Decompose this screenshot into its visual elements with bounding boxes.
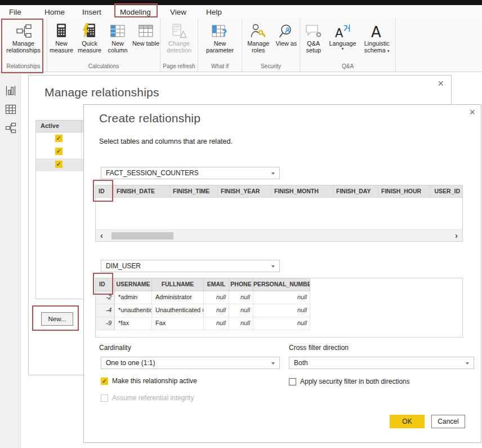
manage-relationships-icon (15, 21, 32, 40)
table1-column-finish-hour[interactable]: FINISH_HOUR (378, 185, 430, 197)
table1-column-id[interactable]: ID (96, 185, 114, 197)
menu-tab-view[interactable]: View (170, 8, 186, 16)
cell-phone[interactable]: null (229, 304, 253, 317)
cell-email[interactable]: null (204, 317, 229, 330)
cell-email[interactable]: null (204, 291, 229, 304)
create-relationship-dialog: Create relationship × Select tables and … (83, 104, 481, 443)
cross-filter-dropdown[interactable]: Both (289, 357, 474, 369)
new-parameter-button[interactable]: ? New parameter (203, 21, 237, 54)
table2-row[interactable]: -9 *fax Fax null null null (96, 317, 310, 330)
table1-column-finish-day[interactable]: FINISH_DAY (333, 185, 378, 197)
svg-text:A: A (371, 24, 381, 39)
change-detection-button[interactable]: Change detection (164, 21, 194, 54)
table1-column-finish-year[interactable]: FINISH_YEAR (218, 185, 271, 197)
manage-relationships-button[interactable]: Manage relationships (3, 21, 44, 54)
model-view-icon[interactable] (0, 118, 21, 137)
chevron-down-icon: ▾ (341, 47, 343, 51)
view-as-icon (279, 21, 294, 40)
table1-column-finish-time[interactable]: FINISH_TIME (170, 185, 218, 197)
cell-fullname[interactable]: Administrator (152, 291, 204, 304)
menu-tab-help[interactable]: Help (206, 8, 222, 16)
quick-measure-button[interactable]: Quick measure (75, 21, 104, 54)
cell-phone[interactable]: null (229, 291, 253, 304)
apply-security-filter-option[interactable]: Apply security filter in both directions (289, 378, 410, 385)
create-dialog-subtitle: Select tables and columns that are relat… (99, 137, 233, 145)
cardinality-value: One to one (1:1) (106, 359, 155, 367)
table1-column-finish-date[interactable]: FINISH_DATE (114, 185, 170, 197)
menu-tab-insert[interactable]: Insert (82, 8, 101, 16)
cancel-button[interactable]: Cancel (431, 415, 465, 428)
checked-checkbox[interactable] (101, 378, 108, 385)
cell-username[interactable]: *admin (115, 291, 152, 304)
cell-fullname[interactable]: Fax (152, 317, 204, 330)
table1-column-user-id[interactable]: USER_ID (430, 185, 462, 197)
unchecked-checkbox[interactable] (289, 378, 296, 385)
cell-personal-number[interactable]: null (253, 291, 310, 304)
new-relationship-button[interactable]: New... (41, 312, 73, 326)
table1-selector-value: FACT_SESSION_COUNTERS (106, 169, 199, 177)
cell-phone[interactable]: null (229, 317, 253, 330)
view-sidebar (0, 72, 21, 448)
cell-personal-number[interactable]: null (253, 317, 310, 330)
scroll-left-icon[interactable]: ‹ (100, 230, 103, 240)
new-column-button[interactable]: New column (104, 21, 132, 54)
new-table-button[interactable]: New table (132, 21, 160, 47)
active-checkbox[interactable] (55, 148, 63, 155)
menu-tab-file[interactable]: File (9, 8, 21, 16)
new-parameter-icon: ? (212, 21, 228, 40)
group-label-calculations: Calculations (47, 63, 160, 72)
table2-column-username[interactable]: USERNAME (115, 278, 152, 291)
scroll-right-icon[interactable]: › (455, 230, 458, 240)
column-header-active: Active (36, 121, 82, 132)
cell-email[interactable]: null (204, 304, 229, 317)
close-icon[interactable]: × (469, 107, 475, 117)
data-view-icon[interactable] (0, 100, 21, 118)
cell-id[interactable]: -9 (96, 317, 115, 330)
cell-personal-number[interactable]: null (253, 304, 310, 317)
cell-username[interactable]: *fax (115, 317, 152, 330)
table2-column-fullname[interactable]: FULLNAME (152, 278, 204, 291)
option-label: Assume referential integrity (112, 394, 194, 402)
active-checkbox[interactable] (55, 161, 63, 168)
menu-bar: File Home Insert Modeling View Help (0, 5, 482, 18)
cardinality-dropdown[interactable]: One to one (1:1) (101, 357, 280, 369)
make-relationship-active-option[interactable]: Make this relationship active (101, 377, 197, 385)
report-view-icon[interactable] (0, 81, 21, 100)
ok-button[interactable]: OK (390, 415, 425, 428)
close-icon[interactable]: × (438, 78, 444, 88)
new-table-label: New table (132, 40, 159, 47)
ribbon-group-page-refresh: Change detection Page refresh (160, 18, 198, 72)
table2-row[interactable]: -2 *admin Administrator null null null (96, 291, 310, 304)
table2-column-email[interactable]: EMAIL (204, 278, 229, 291)
table1-horizontal-scrollbar[interactable]: ‹ › (96, 229, 462, 241)
new-measure-button[interactable]: New measure (47, 21, 75, 54)
table2-column-personal-number[interactable]: PERSONAL_NUMBER (253, 278, 310, 291)
group-label-what-if: What if (198, 63, 242, 72)
ribbon-group-qa: Q&A setup A Language ▾ (300, 18, 396, 72)
view-as-button[interactable]: View as (274, 21, 298, 47)
table2-column-phone[interactable]: PHONE (229, 278, 253, 291)
cell-fullname[interactable]: Unauthenticated user (152, 304, 204, 317)
title-bar (0, 0, 482, 5)
active-checkbox[interactable] (55, 135, 63, 142)
table2-row[interactable]: -4 *unauthenticated Unauthenticated user… (96, 304, 310, 317)
qa-setup-icon (305, 21, 322, 40)
cell-id[interactable]: -2 (96, 291, 115, 304)
manage-roles-button[interactable]: Manage roles (244, 21, 273, 54)
table2-column-id[interactable]: ID (96, 278, 115, 291)
table1-selector[interactable]: FACT_SESSION_COUNTERS (101, 167, 280, 179)
language-button[interactable]: A Language ▾ (327, 21, 359, 51)
table1-column-finish-month[interactable]: FINISH_MONTH (271, 185, 333, 197)
qa-setup-button[interactable]: Q&A setup (301, 21, 326, 54)
table1-grid: ID FINISH_DATE FINISH_TIME FINISH_YEAR F… (95, 185, 463, 242)
linguistic-schema-icon: A (369, 21, 384, 40)
disabled-checkbox (101, 394, 108, 402)
table2-selector[interactable]: DIM_USER (101, 260, 280, 272)
cell-id[interactable]: -4 (96, 304, 115, 317)
menu-tab-home[interactable]: Home (44, 8, 65, 16)
cell-username[interactable]: *unauthenticated (115, 304, 152, 317)
linguistic-schema-button[interactable]: A Linguistic schema ▾ (359, 21, 394, 54)
menu-tab-modeling[interactable]: Modeling (120, 8, 151, 16)
scrollbar-thumb[interactable] (111, 232, 173, 239)
quick-measure-icon (82, 21, 97, 40)
